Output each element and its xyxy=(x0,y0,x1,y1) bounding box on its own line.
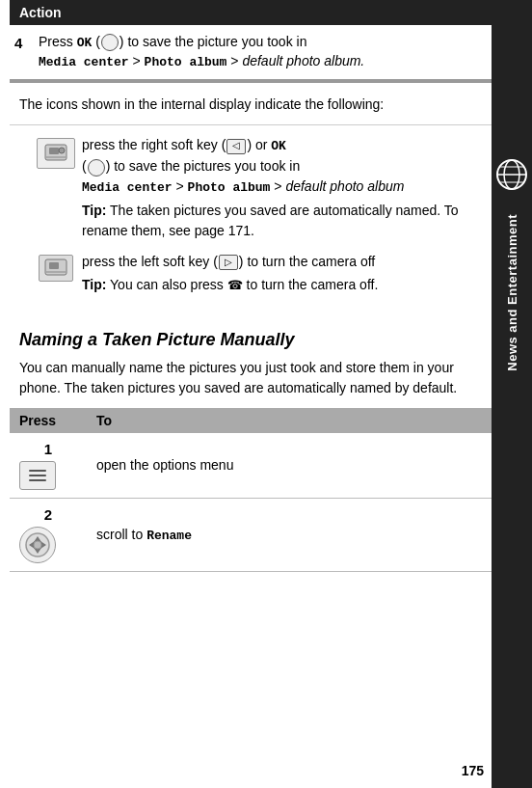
icon-entry-save: press the right soft key (◁) or OK () to… xyxy=(29,135,492,240)
left-soft-key-icon: ▷ xyxy=(219,255,238,270)
section-title: Naming a Taken Picture Manually xyxy=(10,316,501,358)
press-label: Press xyxy=(39,34,73,49)
press-to-table: Press To 1 xyxy=(10,408,501,572)
save-icon-cell xyxy=(29,135,82,169)
table-row: 2 scroll xyxy=(10,498,501,571)
photo-album-inline: Photo album xyxy=(188,180,271,195)
sidebar-label: News and Entertainment xyxy=(505,214,519,371)
action-number: 4 xyxy=(10,33,39,71)
action-row-4: 4 Press OK () to save the picture you to… xyxy=(10,25,501,81)
right-sidebar: News and Entertainment xyxy=(492,0,532,788)
menu-icon xyxy=(19,461,56,490)
menu-line-3 xyxy=(29,479,46,481)
press-column-header: Press xyxy=(10,408,87,433)
tip-2: Tip: You can also press ☎ to turn the ca… xyxy=(82,275,492,295)
menu-line-2 xyxy=(29,475,46,476)
row1-action: open the options menu xyxy=(87,433,501,499)
default-album-inline: default photo album xyxy=(285,178,404,194)
svg-rect-6 xyxy=(46,271,66,273)
sep1: > xyxy=(133,53,145,68)
rename-label: Rename xyxy=(146,529,192,543)
row1-num-press: 1 xyxy=(10,433,87,499)
off-icon-description: press the left soft key (▷) to turn the … xyxy=(82,252,492,295)
page-number: 175 xyxy=(462,763,484,778)
action-header: Action xyxy=(10,0,501,25)
photo-album-label: Photo album xyxy=(145,55,227,69)
ok-inline: OK xyxy=(271,139,286,153)
row2-action: scroll to Rename xyxy=(87,498,501,571)
paren-circle: ( xyxy=(95,34,100,49)
text-to-save: to save the picture you took in xyxy=(127,34,306,49)
svg-point-12 xyxy=(34,541,41,549)
description-block: The icons shown in the internal display … xyxy=(10,83,501,125)
svg-rect-1 xyxy=(49,148,59,154)
to-column-header: To xyxy=(87,408,501,433)
end-call-icon: ☎ xyxy=(227,277,243,295)
row2-number: 2 xyxy=(19,506,77,523)
icon-list: press the right soft key (◁) or OK () to… xyxy=(10,125,501,316)
ok-button-label: OK xyxy=(77,36,93,50)
section-description: You can manually name the pictures you j… xyxy=(10,358,501,408)
svg-rect-5 xyxy=(49,262,59,269)
off-icon xyxy=(39,255,73,282)
svg-rect-2 xyxy=(46,156,66,158)
ok-circle-icon xyxy=(88,159,105,177)
media-center-inline: Media center xyxy=(82,180,173,195)
tip-label-1: Tip: xyxy=(82,203,106,218)
save-icon xyxy=(37,138,75,169)
tip-1: Tip: The taken pictures you saved are au… xyxy=(82,201,492,240)
action-description: Press OK () to save the picture you took… xyxy=(39,33,364,71)
right-soft-key-icon: ◁ xyxy=(226,139,246,154)
tip-label-2: Tip: xyxy=(82,277,106,292)
menu-line-1 xyxy=(29,470,46,472)
svg-point-3 xyxy=(59,148,65,153)
sep2: > xyxy=(230,53,242,68)
description-text: The icons shown in the internal display … xyxy=(19,96,384,112)
media-center-label: Media center xyxy=(39,55,129,69)
default-album-label: default photo album. xyxy=(242,53,364,68)
icon-entry-off: press the left soft key (▷) to turn the … xyxy=(29,252,492,295)
scroll-icon xyxy=(19,527,56,563)
circle-icon xyxy=(101,34,119,51)
save-icon-description: press the right soft key (◁) or OK () to… xyxy=(82,135,492,240)
menu-lines xyxy=(29,470,46,481)
row1-number: 1 xyxy=(19,441,77,457)
close-paren: ) xyxy=(120,34,124,49)
off-icon-cell xyxy=(29,252,82,282)
table-row: 1 open the options menu xyxy=(10,433,501,499)
row2-num-press: 2 xyxy=(10,498,87,571)
globe-container xyxy=(492,154,532,195)
